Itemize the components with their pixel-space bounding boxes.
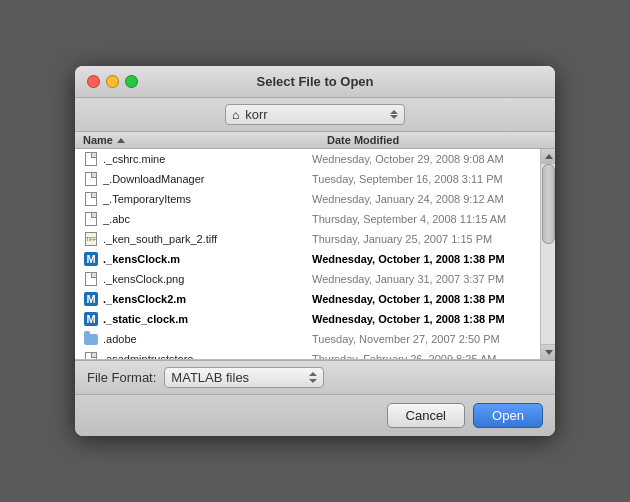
list-item[interactable]: _.DownloadManagerTuesday, September 16, …: [75, 169, 540, 189]
format-down-icon: [309, 379, 317, 383]
list-item[interactable]: _.TemporaryItemsWednesday, January 24, 2…: [75, 189, 540, 209]
title-bar: Select File to Open: [75, 66, 555, 98]
list-item[interactable]: .adobeTuesday, November 27, 2007 2:50 PM: [75, 329, 540, 349]
file-name: ._ken_south_park_2.tiff: [103, 233, 312, 245]
file-date: Wednesday, October 29, 2008 9:08 AM: [312, 153, 532, 165]
name-column-header[interactable]: Name: [83, 134, 327, 146]
cancel-button[interactable]: Cancel: [387, 403, 465, 428]
arrow-down-icon: [390, 115, 398, 119]
file-date: Thursday, January 25, 2007 1:15 PM: [312, 233, 532, 245]
file-icon: M: [83, 312, 99, 326]
file-date: Wednesday, October 1, 2008 1:38 PM: [312, 293, 532, 305]
scroll-down-icon: [545, 350, 553, 355]
file-open-dialog: Select File to Open ⌂ korr Name Date Mod…: [75, 66, 555, 436]
format-label: File Format:: [87, 370, 156, 385]
file-date: Wednesday, October 1, 2008 1:38 PM: [312, 253, 532, 265]
file-name: _.abc: [103, 213, 312, 225]
list-item[interactable]: M._kensClock.mWednesday, October 1, 2008…: [75, 249, 540, 269]
scroll-down-button[interactable]: [541, 344, 555, 359]
date-column-header[interactable]: Date Modified: [327, 134, 547, 146]
list-item[interactable]: ._kensClock.pngWednesday, January 31, 20…: [75, 269, 540, 289]
file-name: _.TemporaryItems: [103, 193, 312, 205]
location-dropdown[interactable]: ⌂ korr: [225, 104, 405, 125]
file-list[interactable]: ._cshrc.mineWednesday, October 29, 2008 …: [75, 149, 540, 359]
format-value: MATLAB files: [171, 370, 303, 385]
file-list-container: ._cshrc.mineWednesday, October 29, 2008 …: [75, 149, 555, 359]
maximize-button[interactable]: [125, 75, 138, 88]
file-icon: [83, 212, 99, 226]
file-icon: [83, 272, 99, 286]
list-item[interactable]: .asadmintruststoreThursday, February 26,…: [75, 349, 540, 359]
window-controls: [87, 75, 138, 88]
list-item[interactable]: M._static_clock.mWednesday, October 1, 2…: [75, 309, 540, 329]
file-icon: TIFF: [83, 232, 99, 246]
location-arrow[interactable]: [390, 110, 398, 119]
file-name: .asadmintruststore: [103, 353, 312, 359]
file-date: Wednesday, January 31, 2007 3:37 PM: [312, 273, 532, 285]
file-name: .adobe: [103, 333, 312, 345]
list-item[interactable]: M._kensClock2.mWednesday, October 1, 200…: [75, 289, 540, 309]
format-up-icon: [309, 372, 317, 376]
file-name: ._static_clock.m: [103, 313, 312, 325]
file-icon: [83, 332, 99, 346]
file-icon: M: [83, 252, 99, 266]
scroll-up-icon: [545, 154, 553, 159]
file-date: Tuesday, November 27, 2007 2:50 PM: [312, 333, 532, 345]
file-icon: [83, 192, 99, 206]
column-headers: Name Date Modified: [75, 132, 555, 149]
action-buttons: Cancel Open: [75, 394, 555, 436]
arrow-up-icon: [390, 110, 398, 114]
format-arrow-icon: [309, 372, 317, 383]
list-item[interactable]: ._cshrc.mineWednesday, October 29, 2008 …: [75, 149, 540, 169]
file-date: Tuesday, September 16, 2008 3:11 PM: [312, 173, 532, 185]
file-name: _.DownloadManager: [103, 173, 312, 185]
file-icon: M: [83, 292, 99, 306]
file-date: Wednesday, January 24, 2008 9:12 AM: [312, 193, 532, 205]
open-button[interactable]: Open: [473, 403, 543, 428]
format-bar: File Format: MATLAB files: [75, 360, 555, 394]
file-icon: [83, 352, 99, 359]
close-button[interactable]: [87, 75, 100, 88]
toolbar: ⌂ korr: [75, 98, 555, 132]
scrollbar-thumb[interactable]: [542, 164, 555, 244]
file-date: Thursday, September 4, 2008 11:15 AM: [312, 213, 532, 225]
home-icon: ⌂: [232, 108, 239, 122]
scrollbar-track: [540, 149, 555, 359]
minimize-button[interactable]: [106, 75, 119, 88]
file-icon: [83, 172, 99, 186]
dialog-title: Select File to Open: [256, 74, 373, 89]
file-name: ._cshrc.mine: [103, 153, 312, 165]
scroll-up-button[interactable]: [541, 149, 555, 164]
file-name: ._kensClock.png: [103, 273, 312, 285]
location-text: korr: [245, 107, 384, 122]
format-dropdown[interactable]: MATLAB files: [164, 367, 324, 388]
file-name: ._kensClock.m: [103, 253, 312, 265]
list-item[interactable]: _.abcThursday, September 4, 2008 11:15 A…: [75, 209, 540, 229]
file-date: Wednesday, October 1, 2008 1:38 PM: [312, 313, 532, 325]
list-item[interactable]: TIFF._ken_south_park_2.tiffThursday, Jan…: [75, 229, 540, 249]
sort-arrow-icon: [117, 138, 125, 143]
file-date: Thursday, February 26, 2009 8:25 AM: [312, 353, 532, 359]
file-name: ._kensClock2.m: [103, 293, 312, 305]
file-icon: [83, 152, 99, 166]
